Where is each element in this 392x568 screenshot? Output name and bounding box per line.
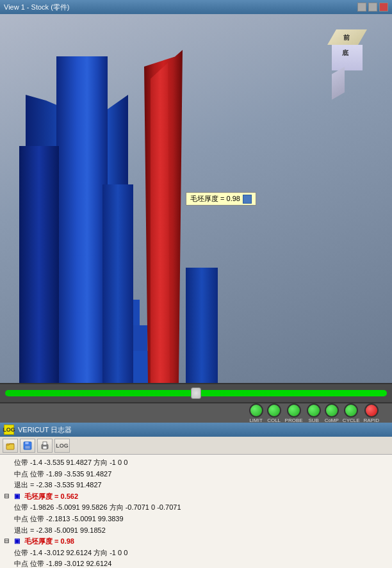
- title-text: View 1 - Stock (零件): [4, 3, 70, 12]
- log-error-text-1: 毛坯厚度 = 0.562: [24, 491, 78, 503]
- cube-front-label: 底: [342, 49, 348, 58]
- status-limit[interactable]: LIMIT: [249, 403, 263, 423]
- nav-cube[interactable]: 前 底: [332, 29, 373, 70]
- probe-indicator[interactable]: [287, 403, 301, 418]
- cube-right-face: [332, 67, 345, 100]
- status-cycle[interactable]: CYCLE: [343, 403, 360, 423]
- svg-rect-2: [25, 442, 29, 444]
- log-title-bar: LOG VERICUT 日志器: [0, 423, 392, 437]
- log-open-button[interactable]: [3, 439, 18, 453]
- log-text-3: 退出 = -2.38 -3.535 91.4827: [14, 480, 102, 491]
- cycle-indicator[interactable]: [344, 403, 358, 418]
- close-button[interactable]: [379, 3, 388, 12]
- log-panel: LOG VERICUT 日志器 LOG 位带 -1.4 -3.535 91.48…: [0, 423, 392, 568]
- tree-indent-4: [4, 502, 13, 512]
- playback-slider[interactable]: [5, 390, 387, 396]
- log-content[interactable]: 位带 -1.4 -3.535 91.4827 方向 -1 0 0 中点 位带 -…: [0, 455, 392, 568]
- status-sub[interactable]: SUB: [307, 403, 321, 423]
- limit-indicator[interactable]: [249, 403, 263, 418]
- svg-rect-0: [6, 444, 14, 450]
- cube-top-label: 前: [343, 33, 350, 42]
- log-entry-1: 位带 -1.4 -3.535 91.4827 方向 -1 0 0: [4, 457, 388, 469]
- maximize-button[interactable]: [368, 3, 377, 12]
- error-icon-2: ▣: [14, 536, 23, 546]
- log-print-button[interactable]: [37, 439, 53, 453]
- blue-shape-tall: [56, 56, 108, 383]
- minimize-button[interactable]: [357, 3, 366, 12]
- status-buttons-bar: LIMIT COLL PROBE SUB CoMP CYCLE RAPID: [0, 403, 392, 423]
- log-text-7: 位带 -1.4 -3.012 92.6124 方向 -1 0 0: [14, 548, 127, 559]
- tree-indent-7: [4, 548, 13, 558]
- error-icon-1: ▣: [14, 491, 23, 501]
- tooltip-text: 毛坯厚度 = 0.98: [190, 194, 240, 204]
- log-entry-error-1: ⊟ ▣ 毛坯厚度 = 0.562: [4, 491, 388, 503]
- log-text-8: 中点 位带 -1.89 -3.012 92.6124: [14, 558, 111, 568]
- thickness-tooltip: 毛坯厚度 = 0.98: [186, 192, 256, 206]
- red-shape-accent: [151, 63, 170, 383]
- title-bar: View 1 - Stock (零件): [0, 0, 392, 14]
- svg-rect-5: [43, 442, 47, 445]
- coll-indicator[interactable]: [267, 403, 281, 418]
- log-text-2: 中点 位带 -1.89 -3.535 91.4827: [14, 469, 111, 480]
- svg-rect-6: [43, 446, 47, 449]
- tree-indent-3: [4, 480, 13, 490]
- tree-indent-6: [4, 525, 13, 535]
- slider-bar[interactable]: [0, 384, 392, 403]
- log-entry-error-2: ⊟ ▣ 毛坯厚度 = 0.98: [4, 536, 388, 548]
- log-toolbar: LOG: [0, 437, 392, 455]
- window-controls: [357, 3, 388, 12]
- log-text-1: 位带 -1.4 -3.535 91.4827 方向 -1 0 0: [14, 457, 127, 469]
- status-coll[interactable]: COLL: [267, 403, 281, 423]
- log-entry-4: 位带 -1.9826 -5.0091 99.5826 方向 -0.7071 0 …: [4, 502, 388, 514]
- slider-thumb[interactable]: [191, 387, 201, 399]
- status-rapid[interactable]: RAPID: [364, 403, 379, 423]
- 3d-viewport[interactable]: 前 底 毛坯厚度 = 0.98: [0, 14, 392, 384]
- tree-collapse-1[interactable]: ⊟: [4, 491, 13, 501]
- rapid-indicator[interactable]: [364, 403, 379, 418]
- log-entry-2: 中点 位带 -1.89 -3.535 91.4827: [4, 469, 388, 480]
- tree-indent-8: [4, 558, 13, 568]
- log-save-button[interactable]: [20, 439, 35, 453]
- log-title: VERICUT 日志器: [18, 425, 72, 435]
- blue-shape-left: [19, 146, 59, 383]
- tooltip-icon[interactable]: [243, 195, 252, 204]
- svg-rect-3: [25, 446, 30, 449]
- log-icon: LOG: [4, 425, 14, 435]
- comp-indicator[interactable]: [325, 403, 339, 418]
- log-entry-3: 退出 = -2.38 -3.535 91.4827: [4, 480, 388, 491]
- tree-indent-5: [4, 514, 13, 524]
- tree-collapse-2[interactable]: ⊟: [4, 536, 13, 546]
- tree-indent-2: [4, 469, 13, 479]
- log-entry-8: 中点 位带 -1.89 -3.012 92.6124: [4, 558, 388, 568]
- log-entry-5: 中点 位带 -2.1813 -5.0091 99.3839: [4, 514, 388, 525]
- tree-indent-1: [4, 457, 13, 467]
- log-log-button[interactable]: LOG: [54, 439, 70, 453]
- log-text-5: 中点 位带 -2.1813 -5.0091 99.3839: [14, 514, 124, 525]
- 3d-shapes: [19, 63, 224, 383]
- log-error-text-2: 毛坯厚度 = 0.98: [24, 536, 74, 548]
- log-entry-7: 位带 -1.4 -3.012 92.6124 方向 -1 0 0: [4, 548, 388, 559]
- log-entry-6: 退出 = -2.38 -5.0091 99.1852: [4, 525, 388, 537]
- status-comp[interactable]: CoMP: [325, 403, 339, 423]
- log-text-6: 退出 = -2.38 -5.0091 99.1852: [14, 525, 106, 537]
- sub-indicator[interactable]: [307, 403, 321, 418]
- blue-shape-right: [102, 184, 133, 383]
- blue-shape-small-right: [186, 268, 218, 383]
- status-probe[interactable]: PROBE: [285, 403, 303, 423]
- log-text-4: 位带 -1.9826 -5.0091 99.5826 方向 -0.7071 0 …: [14, 502, 181, 514]
